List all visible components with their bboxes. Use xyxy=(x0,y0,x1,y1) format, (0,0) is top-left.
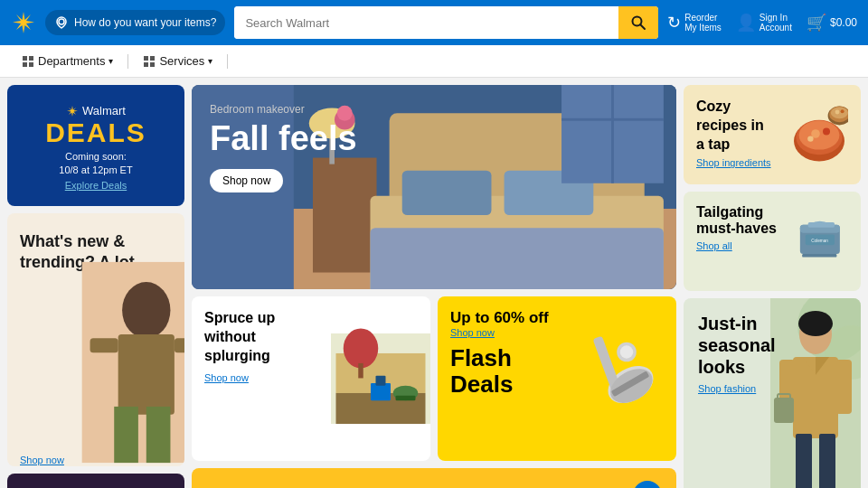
svg-point-60 xyxy=(841,109,844,113)
header: How do you want your items? ↻ Reorder My… xyxy=(0,0,868,45)
spruce-card: Spruce up without splurging Shop now xyxy=(192,296,430,461)
join-button[interactable]: › xyxy=(633,481,662,488)
nav-services[interactable]: Services ▾ xyxy=(136,51,220,71)
trending-person-image xyxy=(58,258,184,466)
svg-rect-6 xyxy=(29,62,33,67)
fall-shop-button[interactable]: Shop now xyxy=(210,169,283,192)
search-input[interactable] xyxy=(234,6,618,39)
svg-point-55 xyxy=(807,136,813,141)
spruce-headline: Spruce up without splurging xyxy=(204,309,322,365)
halloween-card: Halloween for xyxy=(7,474,184,488)
svg-point-0 xyxy=(59,19,64,24)
svg-rect-26 xyxy=(402,171,492,215)
svg-point-54 xyxy=(823,128,830,136)
reorder-icon: ↻ xyxy=(667,13,681,33)
svg-rect-77 xyxy=(819,434,835,488)
search-bar xyxy=(234,6,658,39)
nav-divider-2 xyxy=(227,54,228,69)
cart-total: $0.00 xyxy=(830,16,857,29)
vacuum-image xyxy=(586,305,667,423)
left-column: Walmart DEALS Coming soon: 10/8 at 12pm … xyxy=(7,85,184,488)
cart-action[interactable]: 🛒 $0.00 xyxy=(807,13,857,33)
deals-card: Walmart DEALS Coming soon: 10/8 at 12pm … xyxy=(7,85,184,206)
garden-scene xyxy=(331,296,430,461)
center-bottom: Spruce up without splurging Shop now xyxy=(192,296,676,461)
svg-rect-38 xyxy=(358,363,363,379)
svg-point-37 xyxy=(344,328,379,368)
nav-divider xyxy=(127,54,128,69)
reorder-label: Reorder xyxy=(684,13,722,23)
cozy-headline: Cozy recipes in a tap xyxy=(696,98,776,154)
tailgate-card: Tailgating must-haves Shop all Coleman xyxy=(684,192,861,291)
svg-point-49 xyxy=(620,345,633,358)
svg-rect-17 xyxy=(175,338,184,352)
svg-point-59 xyxy=(835,110,840,115)
fall-title: Fall feels xyxy=(210,119,658,158)
svg-point-12 xyxy=(122,282,170,338)
svg-rect-13 xyxy=(118,334,175,415)
header-actions: ↻ Reorder My Items 👤 Sign In Account 🛒 $… xyxy=(667,13,857,33)
fall-card: Bedroom makeover Fall feels Shop now xyxy=(192,85,676,289)
svg-rect-4 xyxy=(29,56,33,61)
svg-rect-15 xyxy=(146,407,171,463)
my-items-label: My Items xyxy=(684,23,722,33)
main-grid: Walmart DEALS Coming soon: 10/8 at 12pm … xyxy=(0,78,868,488)
services-label: Services xyxy=(159,54,204,68)
svg-rect-76 xyxy=(796,434,812,488)
svg-rect-7 xyxy=(144,56,148,61)
seasonal-headline: Just-in seasonal looks xyxy=(698,313,797,378)
account-action[interactable]: 👤 Sign In Account xyxy=(736,13,792,33)
fall-category: Bedroom makeover xyxy=(210,103,658,116)
reorder-action[interactable]: ↻ Reorder My Items xyxy=(667,13,722,33)
tailgate-headline: Tailgating must-haves xyxy=(696,204,795,237)
svg-rect-14 xyxy=(114,407,138,463)
svg-rect-21 xyxy=(313,158,377,273)
deals-link[interactable]: Explore Deals xyxy=(65,180,127,191)
account-label: Account xyxy=(760,23,792,33)
trending-card: What's new & trending? A lot. Shop now xyxy=(7,213,184,466)
sign-in-label: Sign In xyxy=(760,13,792,23)
services-chevron: ▾ xyxy=(208,56,212,66)
svg-text:Coleman: Coleman xyxy=(812,239,829,243)
svg-rect-10 xyxy=(150,62,155,67)
how-to-get-label: How do you want your items? xyxy=(74,16,216,29)
services-icon xyxy=(143,55,156,68)
departments-chevron: ▾ xyxy=(108,56,113,66)
deals-title: DEALS xyxy=(45,119,146,146)
person-icon: 👤 xyxy=(736,13,756,33)
right-column: Cozy recipes in a tap Shop ingredients xyxy=(684,85,861,488)
nav-departments[interactable]: Departments ▾ xyxy=(14,51,120,71)
deals-coming-soon: Coming soon: 10/8 at 12pm ET xyxy=(59,150,132,176)
flash-card: Up to 60% off Shop now Flash Deals xyxy=(438,296,676,461)
search-icon xyxy=(630,14,646,31)
svg-rect-9 xyxy=(144,62,148,67)
tailgate-text: Tailgating must-haves Shop all xyxy=(696,204,795,251)
deals-spark-icon xyxy=(66,105,79,117)
svg-line-2 xyxy=(640,24,645,29)
svg-point-71 xyxy=(798,311,833,336)
svg-rect-39 xyxy=(371,383,391,400)
grid-icon xyxy=(22,55,34,68)
svg-rect-63 xyxy=(803,254,837,258)
seasonal-shop-link[interactable]: Shop fashion xyxy=(698,383,846,394)
svg-rect-42 xyxy=(396,396,416,401)
location-icon xyxy=(54,15,69,30)
walmart-logo[interactable] xyxy=(11,10,36,35)
how-to-get-selector[interactable]: How do you want your items? xyxy=(45,10,225,35)
svg-rect-3 xyxy=(23,56,27,61)
deals-logo: Walmart xyxy=(66,104,126,117)
food-image xyxy=(776,98,848,170)
nav-bar: Departments ▾ Services ▾ xyxy=(0,45,868,78)
departments-label: Departments xyxy=(38,54,105,68)
svg-rect-40 xyxy=(376,376,386,386)
seasonal-card: Just-in seasonal looks Shop fashion xyxy=(684,298,861,488)
spruce-shop-link[interactable]: Shop now xyxy=(204,372,249,383)
join-card: Join Walmart+ and save 25% off › xyxy=(192,468,676,488)
cozy-card: Cozy recipes in a tap Shop ingredients xyxy=(684,85,861,184)
cozy-text: Cozy recipes in a tap Shop ingredients xyxy=(696,98,776,168)
cart-icon: 🛒 xyxy=(807,13,826,33)
cozy-shop-link[interactable]: Shop ingredients xyxy=(696,157,776,168)
tailgate-shop-link[interactable]: Shop all xyxy=(696,240,795,251)
search-button[interactable] xyxy=(618,6,658,39)
deals-brand: Walmart xyxy=(82,104,126,117)
